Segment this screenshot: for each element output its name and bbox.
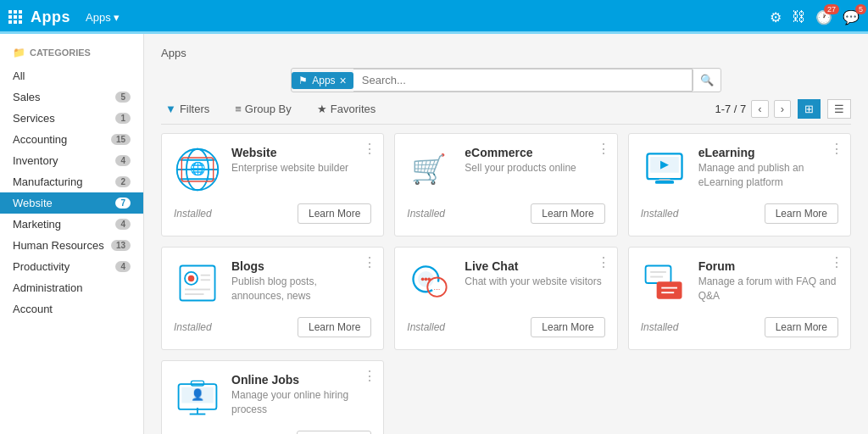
app-menu-btn-onlinejobs[interactable]: ⋮ (363, 368, 376, 384)
sidebar-badge: 5 (115, 92, 131, 103)
search-tag: ⚑ Apps × (292, 72, 353, 89)
svg-text:🌐: 🌐 (190, 161, 206, 176)
app-card-blogs: ⋮ Blogs Publish blog posts, announces, n… (161, 247, 384, 350)
app-desc: Manage your online hiring process (231, 388, 371, 417)
app-menu-btn-blogs[interactable]: ⋮ (363, 254, 376, 270)
sidebar-item-accounting[interactable]: Accounting15 (0, 129, 143, 150)
app-card-top: ... Live Chat Chat with your website vis… (407, 259, 604, 307)
search-section: ⚑ Apps × 🔍 ▼ Filters ≡ Group B (161, 68, 851, 125)
sidebar-item-label: Inventory (13, 154, 58, 167)
app-name: Blogs (231, 259, 371, 273)
sidebar-badge: 13 (111, 240, 131, 251)
groupby-label: Group By (245, 103, 292, 115)
app-card-top: 👤 Online Jobs Manage your online hiring … (174, 373, 371, 420)
sidebar-item-all[interactable]: All (0, 65, 143, 86)
search-row: ⚑ Apps × 🔍 (291, 68, 721, 92)
sidebar-item-label: All (13, 70, 25, 82)
app-title: Apps (31, 8, 70, 26)
app-info-website: Website Enterprise website builder (231, 146, 371, 175)
app-icon-website: 🌐 (174, 146, 221, 193)
favorites-button[interactable]: ★ Favorites (313, 101, 380, 117)
network-icon[interactable]: ⛓ (792, 9, 805, 25)
filter-funnel-icon: ▼ (165, 103, 176, 115)
app-icon-elearning: ▶ (641, 146, 688, 193)
sidebar-item-sales[interactable]: Sales5 (0, 86, 143, 108)
search-bar: ⚑ Apps × 🔍 (291, 68, 721, 92)
app-footer: Installed Module Info (174, 431, 371, 434)
prev-page-button[interactable]: ‹ (751, 100, 768, 118)
wrench-icon[interactable]: ⚙ (770, 9, 782, 25)
app-card-onlinejobs: ⋮ 👤 Online Jobs Manage your online hirin… (161, 360, 384, 434)
svg-point-24 (425, 277, 428, 281)
sidebar-item-label: Account (13, 303, 53, 315)
app-action-btn-website[interactable]: Learn More (298, 203, 371, 224)
app-action-btn-forum[interactable]: Learn More (765, 317, 838, 337)
sidebar-item-administration[interactable]: Administration (0, 277, 143, 298)
search-tag-close[interactable]: × (340, 75, 347, 86)
sidebar-item-label: Marketing (13, 218, 61, 231)
sidebar-item-human-resources[interactable]: Human Resources13 (0, 235, 143, 256)
chat-icon[interactable]: 💬 5 (843, 9, 860, 25)
app-action-btn-livechat[interactable]: Learn More (531, 317, 604, 337)
sidebar-item-manufacturing[interactable]: Manufacturing2 (0, 171, 143, 192)
app-card-forum: ⋮ Forum Manage a forum with FAQ and Q&A … (628, 247, 851, 350)
app-name: eCommerce (465, 146, 604, 159)
app-menu-btn-ecommerce[interactable]: ⋮ (597, 141, 610, 157)
sidebar-item-productivity[interactable]: Productivity4 (0, 256, 143, 277)
sidebar-item-label: Administration (13, 281, 82, 294)
clock-icon[interactable]: 🕐 27 (815, 9, 832, 25)
app-status: Installed (174, 321, 212, 333)
app-icon-forum (641, 259, 688, 307)
sidebar-badge: 1 (115, 113, 131, 124)
app-icon-onlinejobs: 👤 (174, 373, 221, 420)
app-status: Installed (641, 321, 679, 333)
app-grid: ⋮ 🌐 Website Enterprise website builder I… (161, 133, 851, 434)
app-menu-btn-forum[interactable]: ⋮ (830, 254, 843, 270)
sidebar-item-marketing[interactable]: Marketing4 (0, 214, 143, 235)
next-page-button[interactable]: › (774, 100, 791, 118)
app-menu-btn-livechat[interactable]: ⋮ (597, 254, 610, 270)
apps-menu[interactable]: Apps ▾ (79, 8, 126, 27)
list-view-button[interactable]: ☰ (827, 99, 851, 119)
app-status: Installed (174, 208, 212, 220)
filters-button[interactable]: ▼ Filters (161, 101, 214, 117)
groupby-button[interactable]: ≡ Group By (231, 101, 296, 117)
sidebar-item-website[interactable]: Website7 (0, 192, 143, 214)
app-menu-btn-elearning[interactable]: ⋮ (830, 141, 843, 157)
sidebar-item-account[interactable]: Account (0, 298, 143, 320)
clock-badge: 27 (824, 4, 839, 14)
app-info-elearning: eLearning Manage and publish an eLearnin… (698, 146, 838, 190)
sidebar-item-label: Productivity (13, 260, 70, 273)
app-desc: Publish blog posts, announces, news (231, 275, 371, 303)
app-action-btn-onlinejobs[interactable]: Module Info (297, 431, 372, 434)
search-submit-icon[interactable]: 🔍 (693, 70, 721, 91)
grid-menu-icon[interactable] (8, 10, 22, 24)
sidebar-badge: 4 (115, 219, 131, 230)
sidebar-item-label: Accounting (13, 133, 67, 146)
app-footer: Installed Learn More (407, 203, 604, 224)
svg-text:...: ... (434, 283, 441, 292)
search-input[interactable] (353, 69, 693, 92)
app-desc: Chat with your website visitors (465, 275, 604, 289)
sidebar-item-label: Human Resources (13, 239, 104, 252)
app-name: eLearning (698, 146, 838, 159)
app-action-btn-blogs[interactable]: Learn More (298, 317, 371, 337)
breadcrumb: Apps (161, 47, 851, 59)
app-desc: Manage and publish an eLearning platform (698, 161, 838, 190)
app-info-blogs: Blogs Publish blog posts, announces, new… (231, 259, 371, 303)
app-action-btn-elearning[interactable]: Learn More (765, 203, 838, 224)
sidebar-item-label: Website (13, 197, 53, 209)
grid-view-button[interactable]: ⊞ (798, 99, 821, 119)
app-icon-blogs (174, 259, 221, 307)
sidebar-item-inventory[interactable]: Inventory4 (0, 150, 143, 171)
app-action-btn-ecommerce[interactable]: Learn More (531, 203, 604, 224)
sidebar-item-label: Manufacturing (13, 175, 82, 188)
svg-text:🛒: 🛒 (411, 152, 447, 186)
sidebar-item-services[interactable]: Services1 (0, 108, 143, 129)
app-name: Forum (698, 259, 838, 273)
app-menu-btn-website[interactable]: ⋮ (363, 141, 376, 157)
svg-rect-12 (654, 181, 673, 184)
app-icon-ecommerce: 🛒 (407, 146, 454, 193)
pagination-info: 1-7 / 7 (715, 103, 746, 115)
sidebar-title: 📁 CATEGORIES (0, 47, 143, 65)
